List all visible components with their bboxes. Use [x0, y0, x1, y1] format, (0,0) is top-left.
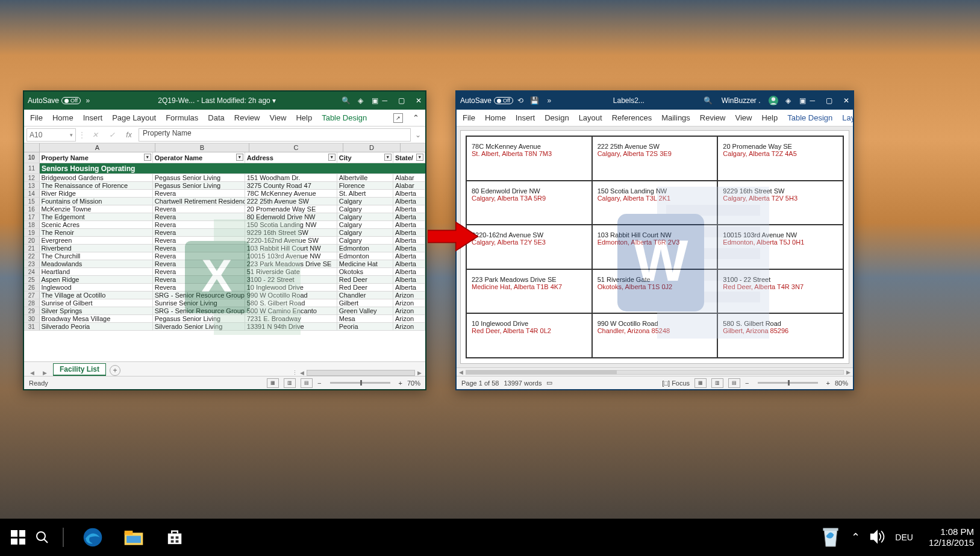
filter-icon[interactable]: ▾: [236, 154, 243, 161]
tab-data[interactable]: Data: [208, 113, 224, 122]
box-icon[interactable]: ▣: [370, 96, 379, 105]
focus-mode-button[interactable]: [□] Focus: [662, 380, 690, 387]
sync-icon[interactable]: ⟲: [516, 96, 525, 105]
chevron-right-icon[interactable]: »: [545, 96, 554, 105]
zoom-out-button[interactable]: −: [317, 380, 321, 387]
search-icon[interactable]: 🔍: [341, 96, 351, 105]
excel-titlebar[interactable]: AutoSave Off » 2Q19-We... - Last Modifie…: [24, 92, 425, 110]
label-cell[interactable]: 150 Scotia Landing NWCalgary, Alberta T3…: [592, 181, 718, 225]
maximize-button[interactable]: ▢: [398, 96, 405, 105]
tab-review[interactable]: Review: [700, 113, 726, 122]
user-avatar-icon[interactable]: [769, 96, 778, 105]
table-row[interactable]: 15Fountains of MissionChartwell Retireme…: [24, 198, 425, 205]
label-cell[interactable]: 51 Riverside GateOkotoks, Alberta T1S 0J…: [592, 269, 718, 314]
table-row[interactable]: 28Sunrise of GilbertSunrise Senior Livin…: [24, 299, 425, 307]
sheet-nav-prev-icon[interactable]: ◀: [28, 370, 37, 376]
table-row[interactable]: 29Silver SpringsSRG - Senior Resource Gr…: [24, 307, 425, 315]
table-row[interactable]: 25Aspen RidgeRevera3100 - 22 StreetRed D…: [24, 276, 425, 284]
table-row[interactable]: 21RiverbendRevera103 Rabbit Hill Court N…: [24, 245, 425, 252]
spellcheck-icon[interactable]: ▭: [546, 379, 552, 387]
print-layout-icon[interactable]: ▥: [711, 378, 723, 388]
label-cell[interactable]: 78C McKenney AvenueSt. Albert, Alberta T…: [466, 136, 592, 181]
zoom-level[interactable]: 80%: [835, 380, 848, 387]
tab-file[interactable]: File: [463, 113, 475, 122]
tray-chevron-icon[interactable]: ⌃: [851, 531, 860, 544]
search-button[interactable]: [30, 525, 54, 549]
label-cell[interactable]: 222 25th Avenue SWCalgary, Alberta T2S 3…: [592, 136, 718, 181]
cancel-icon[interactable]: ✕: [88, 131, 102, 139]
zoom-level[interactable]: 70%: [407, 380, 420, 387]
formula-input[interactable]: Property Name: [139, 128, 411, 142]
tab-table-layout[interactable]: Layout: [842, 113, 853, 122]
zoom-out-button[interactable]: −: [745, 380, 749, 387]
table-row[interactable]: 16McKenzie TowneRevera20 Promenade Way S…: [24, 205, 425, 213]
normal-view-icon[interactable]: ▦: [267, 378, 279, 388]
start-button[interactable]: [6, 525, 30, 549]
tab-review[interactable]: Review: [234, 113, 260, 122]
label-cell[interactable]: 2220-162nd Avenue SWCalgary, Alberta T2Y…: [466, 225, 592, 269]
page-indicator[interactable]: Page 1 of 58: [461, 380, 499, 387]
volume-icon[interactable]: [870, 529, 885, 546]
section-row[interactable]: 11Seniors Housing Operating: [24, 163, 425, 174]
tab-table-design[interactable]: Table Design: [322, 113, 367, 122]
ribbon-collapse-icon[interactable]: ⌃: [413, 113, 419, 122]
tab-insert[interactable]: Insert: [516, 113, 535, 122]
tab-view[interactable]: View: [735, 113, 752, 122]
label-cell[interactable]: 80 Edenwold Drive NWCalgary, Alberta T3A…: [466, 181, 592, 225]
minimize-button[interactable]: ─: [810, 96, 815, 105]
save-icon[interactable]: 💾: [530, 96, 540, 105]
add-sheet-button[interactable]: +: [110, 365, 120, 376]
close-button[interactable]: ✕: [843, 96, 849, 105]
table-header-row[interactable]: 10Property Name▾Operator Name▾Address▾Ci…: [24, 152, 425, 163]
tab-formulas[interactable]: Formulas: [166, 113, 198, 122]
zoom-slider[interactable]: [330, 382, 390, 384]
fx-icon[interactable]: fx: [122, 131, 136, 139]
box-icon[interactable]: ▣: [797, 96, 807, 105]
tab-mailings[interactable]: Mailings: [661, 113, 690, 122]
table-row[interactable]: 17The EdgemontRevera80 Edenwold Drive NW…: [24, 213, 425, 221]
zoom-in-button[interactable]: +: [826, 380, 830, 387]
table-row[interactable]: 13The Renaissance of FlorencePegasus Sen…: [24, 182, 425, 190]
horizontal-scrollbar[interactable]: ◀▶: [457, 367, 853, 376]
tab-home[interactable]: Home: [485, 113, 506, 122]
enter-icon[interactable]: ✓: [105, 131, 119, 139]
table-row[interactable]: 12Bridgewood GardensPegasus Senior Livin…: [24, 174, 425, 182]
sheet-nav-next-icon[interactable]: ▶: [40, 370, 49, 376]
share-icon[interactable]: ↗: [393, 113, 403, 123]
table-row[interactable]: 23MeadowlandsRevera223 Park Meadows Driv…: [24, 260, 425, 268]
word-count[interactable]: 13997 words: [504, 380, 541, 387]
table-row[interactable]: 19The RenoirRevera9229 16th Street SWCal…: [24, 229, 425, 237]
close-button[interactable]: ✕: [416, 96, 422, 105]
word-titlebar[interactable]: AutoSave Off ⟲ 💾 » Labels2... 🔍 WinBuzze…: [457, 92, 853, 110]
filter-icon[interactable]: ▾: [328, 154, 336, 161]
filter-icon[interactable]: ▾: [384, 154, 392, 161]
label-cell[interactable]: 9229 16th Street SWCalgary, Alberta T2V …: [717, 181, 843, 225]
table-row[interactable]: 31Silverado PeoriaSilverado Senior Livin…: [24, 323, 425, 331]
minimize-button[interactable]: ─: [382, 96, 387, 105]
tab-help[interactable]: Help: [296, 113, 312, 122]
page-layout-view-icon[interactable]: ▥: [284, 378, 296, 388]
column-headers[interactable]: A B C D: [24, 143, 425, 152]
table-row[interactable]: 24HeartlandRevera51 Riverside GateOkotok…: [24, 268, 425, 276]
zoom-slider[interactable]: [758, 382, 818, 384]
name-box[interactable]: A10▾: [27, 128, 76, 142]
label-cell[interactable]: 20 Promenade Way SECalgary, Alberta T2Z …: [717, 136, 843, 181]
tab-home[interactable]: Home: [52, 113, 73, 122]
chevron-right-icon[interactable]: »: [83, 96, 93, 105]
maximize-button[interactable]: ▢: [826, 96, 832, 105]
user-name[interactable]: WinBuzzer .: [722, 96, 761, 105]
edge-app-icon[interactable]: [81, 525, 105, 549]
search-icon[interactable]: 🔍: [704, 96, 713, 105]
zoom-in-button[interactable]: +: [399, 380, 402, 387]
table-row[interactable]: 22The ChurchillRevera10015 103rd Avenue …: [24, 252, 425, 260]
label-cell[interactable]: 3100 - 22 StreetRed Deer, Alberta T4R 3N…: [717, 269, 843, 314]
document-area[interactable]: W 78C McKenney AvenueSt. Albert, Alberta…: [457, 127, 853, 367]
language-indicator[interactable]: DEU: [895, 533, 913, 542]
tab-help[interactable]: Help: [761, 113, 778, 122]
tab-table-design[interactable]: Table Design: [787, 113, 832, 122]
label-cell[interactable]: 990 W Ocotillo RoadChandler, Arizona 852…: [592, 313, 718, 358]
sheet-tab-facility-list[interactable]: Facility List: [53, 363, 106, 376]
label-cell[interactable]: 223 Park Meadows Drive SEMedicine Hat, A…: [466, 269, 592, 314]
page-break-view-icon[interactable]: ▤: [301, 378, 313, 388]
tab-layout[interactable]: Layout: [579, 113, 602, 122]
